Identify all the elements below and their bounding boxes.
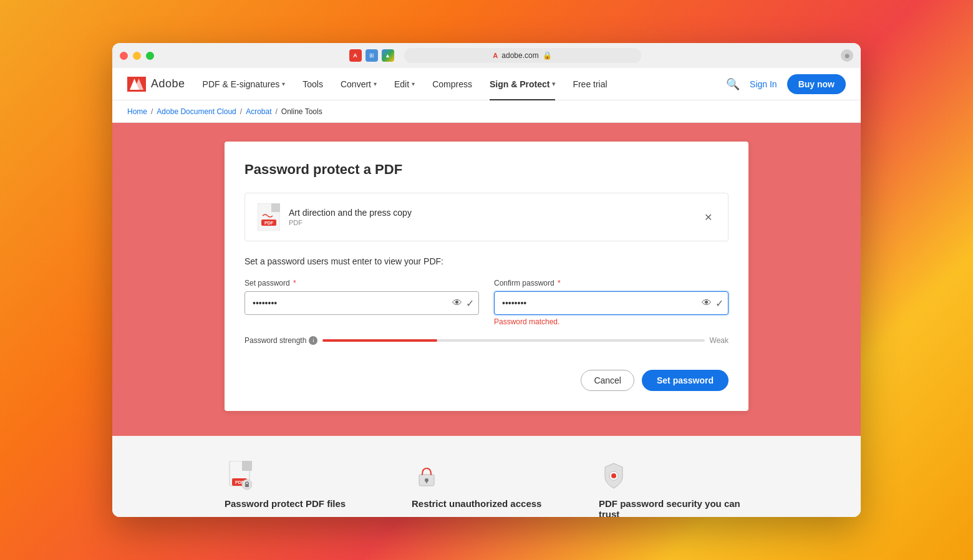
toolbar-icons: A ⊞ ▲	[349, 49, 394, 62]
browser-window: A ⊞ ▲ A adobe.com 🔒 ⊗ Adobe PDF & E-sign…	[112, 43, 861, 517]
strength-bar-container	[322, 339, 704, 342]
remove-file-button[interactable]: ✕	[700, 210, 715, 224]
toggle-confirm-visibility-icon[interactable]: 👁	[702, 297, 712, 309]
confirm-password-label: Confirm password *	[494, 279, 729, 287]
card-actions: Cancel Set password	[244, 370, 729, 391]
features-section: PDF Password protect PDF files Add PDF p…	[112, 436, 861, 517]
set-password-field-group: Set password * 👁 ✓	[244, 279, 479, 326]
feature-title-1: Password protect PDF files	[225, 498, 374, 509]
cancel-button[interactable]: Cancel	[581, 370, 634, 391]
adobe-favicon: A	[493, 52, 498, 59]
svg-rect-7	[242, 461, 252, 471]
breadcrumb-separator: /	[151, 107, 153, 116]
set-password-input-wrap: 👁 ✓	[244, 291, 479, 315]
svg-rect-11	[245, 484, 249, 487]
strength-value: Weak	[710, 336, 729, 345]
chevron-down-icon: ▾	[412, 80, 415, 87]
shield-check-icon	[599, 461, 629, 491]
search-icon[interactable]: 🔍	[726, 77, 740, 91]
hero-section: Password protect a PDF PDF	[112, 123, 861, 436]
reload-button[interactable]: ⊗	[841, 49, 853, 62]
adobe-logo-text: Adobe	[151, 77, 185, 90]
strength-label: Password strength i	[244, 336, 317, 345]
svg-rect-3	[271, 203, 280, 212]
chevron-down-icon: ▾	[282, 80, 285, 87]
breadcrumb: Home / Adobe Document Cloud / Acrobat / …	[112, 100, 861, 123]
nav-item-convert[interactable]: Convert ▾	[333, 68, 384, 100]
file-info: Art direction and the press copy PDF	[289, 208, 700, 226]
password-protect-card: Password protect a PDF PDF	[225, 142, 748, 411]
nav-item-free-trial[interactable]: Free trial	[565, 68, 614, 100]
chevron-down-icon: ▾	[374, 80, 377, 87]
confirm-password-icons: 👁 ✓	[702, 297, 724, 309]
close-window-button[interactable]	[120, 52, 128, 60]
nav-item-sign-protect[interactable]: Sign & Protect ▾	[482, 68, 563, 100]
password-instruction: Set a password users must enter to view …	[244, 256, 729, 266]
set-password-label: Set password *	[244, 279, 479, 287]
toggle-password-visibility-icon[interactable]: 👁	[452, 297, 462, 309]
breadcrumb-separator: /	[240, 107, 242, 116]
lock-open-icon	[412, 461, 442, 491]
main-content: Password protect a PDF PDF	[112, 123, 861, 517]
feature-item-password-protect: PDF Password protect PDF files Add PDF p…	[225, 461, 374, 517]
nav-item-edit[interactable]: Edit ▾	[387, 68, 422, 100]
chevron-down-icon: ▾	[552, 80, 555, 87]
svg-text:PDF: PDF	[264, 221, 274, 225]
breadcrumb-home[interactable]: Home	[127, 107, 147, 116]
info-icon[interactable]: i	[309, 336, 317, 345]
adobe-logo-icon	[127, 77, 146, 92]
strength-row: Password strength i Weak	[244, 336, 729, 345]
card-title: Password protect a PDF	[244, 162, 729, 178]
confirm-password-input[interactable]	[494, 291, 729, 315]
set-password-icons: 👁 ✓	[452, 297, 474, 309]
feature-title-3: PDF password security you can trust	[599, 498, 748, 517]
breadcrumb-document-cloud[interactable]: Adobe Document Cloud	[157, 107, 236, 116]
feature-item-restrict-access: Restrict unauthorized access When you pa…	[412, 461, 561, 517]
breadcrumb-acrobat[interactable]: Acrobat	[246, 107, 271, 116]
feature-desc-2: When you password protect a PDF, you con…	[412, 514, 561, 517]
nav-item-compress[interactable]: Compress	[425, 68, 480, 100]
adobe-logo[interactable]: Adobe	[127, 77, 185, 92]
drive-toolbar-icon: ▲	[382, 49, 394, 62]
sign-in-link[interactable]: Sign In	[750, 79, 777, 89]
confirm-password-input-wrap: 👁 ✓	[494, 291, 729, 315]
nav-items: PDF & E-signatures ▾ Tools Convert ▾ Edi…	[195, 68, 727, 100]
squares-toolbar-icon: ⊞	[365, 49, 378, 62]
maximize-window-button[interactable]	[146, 52, 154, 60]
file-name: Art direction and the press copy	[289, 208, 700, 218]
confirm-password-field-group: Confirm password * 👁 ✓ Password matched.	[494, 279, 729, 326]
feature-desc-1: Add PDF password protection with the Ado…	[225, 514, 374, 517]
url-text: adobe.com	[501, 51, 538, 60]
strength-bar-fill	[322, 339, 437, 342]
feature-item-security-trust: PDF password security you can trust As t…	[599, 461, 748, 517]
nav-bar: Adobe PDF & E-signatures ▾ Tools Convert…	[112, 68, 861, 100]
adobe-toolbar-icon: A	[349, 49, 362, 62]
features-grid: PDF Password protect PDF files Add PDF p…	[225, 461, 748, 517]
breadcrumb-current: Online Tools	[281, 107, 322, 116]
password-matched-message: Password matched.	[494, 317, 729, 326]
file-type: PDF	[289, 219, 700, 226]
file-icon: PDF	[258, 203, 280, 231]
nav-item-pdf-esignatures[interactable]: PDF & E-signatures ▾	[195, 68, 293, 100]
address-bar[interactable]: A adobe.com 🔒	[404, 48, 641, 63]
breadcrumb-separator: /	[275, 107, 277, 116]
feature-title-2: Restrict unauthorized access	[412, 498, 561, 509]
confirm-password-valid-icon: ✓	[715, 297, 724, 309]
set-password-input[interactable]	[244, 291, 479, 315]
file-row: PDF Art direction and the press copy PDF…	[244, 193, 729, 241]
nav-right: 🔍 Sign In Buy now	[726, 74, 846, 94]
nav-item-tools[interactable]: Tools	[295, 68, 331, 100]
buy-now-button[interactable]: Buy now	[787, 74, 846, 94]
set-password-button[interactable]: Set password	[642, 370, 729, 391]
title-bar: A ⊞ ▲ A adobe.com 🔒 ⊗	[112, 43, 861, 68]
minimize-window-button[interactable]	[133, 52, 141, 60]
pdf-lock-icon: PDF	[225, 461, 254, 491]
password-valid-icon: ✓	[466, 297, 474, 309]
secure-icon: 🔒	[543, 51, 552, 60]
password-fields: Set password * 👁 ✓ Confirm passwo	[244, 279, 729, 326]
svg-point-16	[611, 473, 616, 478]
